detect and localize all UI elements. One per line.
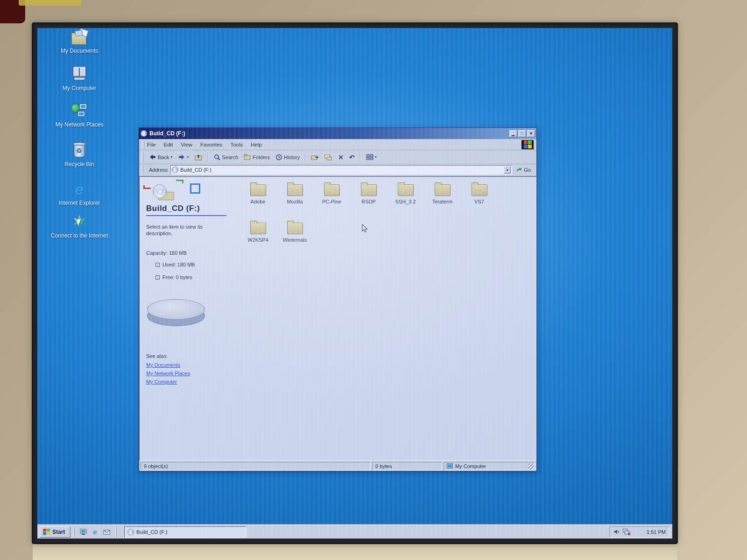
clock[interactable]: 1:51 PM: [647, 529, 666, 535]
go-button[interactable]: Go: [512, 167, 535, 173]
free-swatch: [155, 275, 160, 280]
move-to-button[interactable]: [308, 153, 322, 162]
start-button[interactable]: Start: [40, 526, 70, 538]
my-network-places-icon: [70, 103, 89, 119]
toolbar-separator: [208, 153, 209, 162]
windows-flag-icon: [43, 529, 50, 535]
desktop: My Documents My Computer My Network Plac…: [37, 28, 672, 525]
volume-icon[interactable]: [613, 529, 620, 535]
cd-drive-icon: [141, 130, 147, 137]
disk-usage-chart: [147, 299, 206, 328]
panel-description: Select an item to view its description.: [146, 224, 216, 237]
address-value: Build_CD (F:): [180, 167, 504, 173]
folder-icon: [361, 184, 377, 196]
desktop-icon-label: Internet Explorer: [50, 200, 108, 206]
desktop-icon-connect-internet[interactable]: Connect to the Internet: [50, 214, 108, 239]
menu-help[interactable]: Help: [251, 142, 262, 147]
desktop-icon-label: My Network Places: [50, 121, 108, 128]
toolbar-grip[interactable]: [143, 140, 144, 149]
desktop-icon-my-network-places[interactable]: My Network Places: [50, 103, 108, 128]
views-icon: [366, 154, 374, 160]
my-computer-zone-icon: [447, 463, 453, 469]
desktop-icon-label: My Documents: [50, 48, 108, 54]
desktop-icon-internet-explorer[interactable]: e Internet Explorer: [50, 181, 108, 206]
folder-icon: [287, 223, 303, 234]
windows-logo-throbber: [521, 140, 534, 149]
desktop-icon-my-computer[interactable]: My Computer: [50, 66, 108, 91]
menu-tools[interactable]: Tools: [230, 142, 243, 147]
cd-drive-icon: [127, 529, 134, 535]
status-bar: 9 object(s) 0 bytes My Computer: [139, 461, 536, 471]
capacity-text: Capacity: 180 MB: [146, 250, 187, 256]
history-button[interactable]: History: [273, 153, 303, 162]
move-to-icon: [311, 154, 319, 161]
address-dropdown-button[interactable]: ▾: [504, 166, 511, 174]
folder-item-pc-pine[interactable]: PC-Pine: [313, 182, 350, 220]
folder-item-teraterm[interactable]: Teraterm: [424, 182, 461, 220]
folder-content: Build_CD (F:) Select an item to view its…: [139, 176, 536, 461]
used-swatch: [155, 263, 160, 267]
desktop-icon-my-documents[interactable]: My Documents: [50, 29, 108, 54]
status-object-count: 9 object(s): [141, 462, 371, 470]
link-my-network-places[interactable]: My Network Places: [146, 371, 190, 376]
maximize-button[interactable]: □: [518, 130, 526, 137]
forward-button[interactable]: ▾: [175, 153, 191, 161]
folder-item-rsdp[interactable]: RSDP: [350, 182, 387, 220]
link-my-computer[interactable]: My Computer: [146, 379, 177, 385]
menu-file[interactable]: File: [147, 142, 156, 147]
address-input[interactable]: Build_CD (F:) ▾: [170, 165, 512, 175]
internet-explorer-icon: e: [70, 181, 89, 198]
menu-favorites[interactable]: Favorites: [200, 142, 222, 147]
bezel-sticker: [19, 0, 81, 6]
folder-icon: [324, 184, 340, 196]
my-documents-icon: [70, 29, 89, 46]
folder-icon: [435, 184, 451, 196]
delete-button[interactable]: ✕: [335, 153, 346, 162]
address-label: Address: [146, 167, 170, 173]
files-pane: Adobe Mozilla PC-Pine RSDP SSH_3.2 Terat…: [233, 177, 536, 460]
link-my-documents[interactable]: My Documents: [146, 362, 180, 368]
title-bar[interactable]: Build_CD (F:) ▁ □ ✕: [139, 128, 536, 139]
cd-drive-icon: [172, 167, 178, 173]
back-button[interactable]: Back▾: [146, 153, 175, 161]
folder-item-w2ksp4[interactable]: W2KSP4: [240, 220, 276, 258]
desktop-icon-recycle-bin[interactable]: ♻ Recycle Bin: [50, 142, 108, 168]
menu-edit[interactable]: Edit: [164, 142, 173, 147]
close-button[interactable]: ✕: [527, 130, 535, 137]
up-button[interactable]: [192, 153, 205, 162]
toolbar-grip[interactable]: [142, 153, 143, 161]
desktop-icon-label: Connect to the Internet: [50, 232, 108, 239]
network-disconnected-icon[interactable]: ✕: [623, 529, 630, 535]
bezel-bottom: [33, 544, 677, 560]
taskbar-divider: [115, 527, 117, 537]
panel-title-rule: [146, 215, 226, 216]
quick-launch-outlook-express-icon[interactable]: [102, 527, 112, 537]
forward-arrow-icon: [178, 154, 185, 160]
up-folder-icon: [195, 154, 203, 161]
folder-item-winternals[interactable]: Winternals: [276, 220, 313, 258]
quick-launch-show-desktop-icon[interactable]: [78, 527, 88, 537]
copy-to-icon: [324, 154, 332, 161]
resize-grip[interactable]: [528, 463, 534, 469]
taskbar-divider: [73, 527, 75, 537]
toolbar-grip[interactable]: [142, 166, 143, 174]
views-button[interactable]: ▾: [363, 153, 380, 161]
folder-item-adobe[interactable]: Adobe: [240, 182, 276, 220]
back-arrow-icon: [149, 154, 156, 160]
folder-item-vs7[interactable]: VS7: [461, 182, 498, 220]
undo-button[interactable]: ↶: [346, 153, 358, 162]
taskbar-task-build-cd[interactable]: Build_CD (F:): [124, 526, 247, 538]
toolbar: Back▾ ▾ Search: [139, 150, 536, 164]
quick-launch-internet-explorer-icon[interactable]: e: [90, 527, 100, 537]
copy-to-button[interactable]: [322, 153, 335, 162]
folder-item-mozilla[interactable]: Mozilla: [276, 182, 313, 220]
search-button[interactable]: Search: [211, 153, 241, 162]
folder-grid: Adobe Mozilla PC-Pine RSDP SSH_3.2 Terat…: [240, 182, 501, 258]
search-icon: [214, 154, 221, 161]
minimize-button[interactable]: ▁: [509, 130, 517, 137]
folders-button[interactable]: Folders: [241, 153, 273, 161]
toolbar-separator: [360, 153, 361, 162]
screen: My Documents My Computer My Network Plac…: [37, 28, 672, 539]
menu-view[interactable]: View: [181, 142, 192, 147]
folder-item-ssh[interactable]: SSH_3.2: [387, 182, 424, 220]
